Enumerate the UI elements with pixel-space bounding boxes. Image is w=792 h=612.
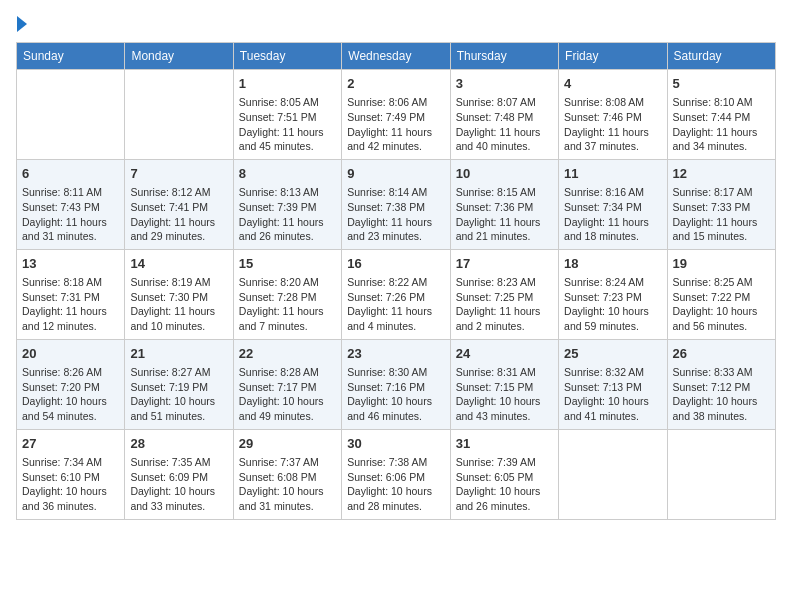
calendar-cell: 4Sunrise: 8:08 AMSunset: 7:46 PMDaylight…: [559, 70, 667, 160]
calendar-cell: 2Sunrise: 8:06 AMSunset: 7:49 PMDaylight…: [342, 70, 450, 160]
day-info: Sunset: 7:22 PM: [673, 290, 770, 305]
day-info: Daylight: 10 hours and 28 minutes.: [347, 484, 444, 513]
day-info: Sunrise: 8:13 AM: [239, 185, 336, 200]
day-info: Sunrise: 8:18 AM: [22, 275, 119, 290]
day-info: Sunset: 7:34 PM: [564, 200, 661, 215]
day-info: Sunrise: 8:16 AM: [564, 185, 661, 200]
day-number: 27: [22, 435, 119, 453]
calendar-cell: [559, 429, 667, 519]
day-info: Daylight: 10 hours and 59 minutes.: [564, 304, 661, 333]
day-of-week-header: Monday: [125, 43, 233, 70]
day-info: Daylight: 11 hours and 26 minutes.: [239, 215, 336, 244]
calendar-cell: 30Sunrise: 7:38 AMSunset: 6:06 PMDayligh…: [342, 429, 450, 519]
day-info: Daylight: 11 hours and 34 minutes.: [673, 125, 770, 154]
calendar-cell: 15Sunrise: 8:20 AMSunset: 7:28 PMDayligh…: [233, 249, 341, 339]
day-info: Sunset: 7:20 PM: [22, 380, 119, 395]
day-info: Sunset: 7:16 PM: [347, 380, 444, 395]
day-number: 20: [22, 345, 119, 363]
calendar-cell: 17Sunrise: 8:23 AMSunset: 7:25 PMDayligh…: [450, 249, 558, 339]
day-info: Sunrise: 8:17 AM: [673, 185, 770, 200]
day-info: Daylight: 10 hours and 46 minutes.: [347, 394, 444, 423]
day-info: Daylight: 10 hours and 56 minutes.: [673, 304, 770, 333]
day-info: Daylight: 10 hours and 33 minutes.: [130, 484, 227, 513]
day-of-week-header: Wednesday: [342, 43, 450, 70]
calendar-cell: 23Sunrise: 8:30 AMSunset: 7:16 PMDayligh…: [342, 339, 450, 429]
calendar-header-row: SundayMondayTuesdayWednesdayThursdayFrid…: [17, 43, 776, 70]
day-info: Sunset: 6:10 PM: [22, 470, 119, 485]
day-number: 17: [456, 255, 553, 273]
calendar-cell: 27Sunrise: 7:34 AMSunset: 6:10 PMDayligh…: [17, 429, 125, 519]
day-info: Sunset: 7:17 PM: [239, 380, 336, 395]
calendar-cell: 13Sunrise: 8:18 AMSunset: 7:31 PMDayligh…: [17, 249, 125, 339]
day-number: 18: [564, 255, 661, 273]
day-info: Sunrise: 7:34 AM: [22, 455, 119, 470]
day-of-week-header: Thursday: [450, 43, 558, 70]
day-info: Daylight: 10 hours and 43 minutes.: [456, 394, 553, 423]
calendar-cell: 19Sunrise: 8:25 AMSunset: 7:22 PMDayligh…: [667, 249, 775, 339]
day-info: Sunset: 7:30 PM: [130, 290, 227, 305]
day-number: 10: [456, 165, 553, 183]
day-info: Daylight: 10 hours and 41 minutes.: [564, 394, 661, 423]
day-number: 5: [673, 75, 770, 93]
day-info: Sunset: 6:05 PM: [456, 470, 553, 485]
day-info: Sunrise: 8:19 AM: [130, 275, 227, 290]
day-info: Sunrise: 7:39 AM: [456, 455, 553, 470]
day-of-week-header: Tuesday: [233, 43, 341, 70]
day-info: Sunset: 7:19 PM: [130, 380, 227, 395]
day-info: Daylight: 11 hours and 23 minutes.: [347, 215, 444, 244]
calendar-week-row: 27Sunrise: 7:34 AMSunset: 6:10 PMDayligh…: [17, 429, 776, 519]
day-info: Sunset: 7:36 PM: [456, 200, 553, 215]
calendar-week-row: 20Sunrise: 8:26 AMSunset: 7:20 PMDayligh…: [17, 339, 776, 429]
day-info: Sunset: 7:28 PM: [239, 290, 336, 305]
day-info: Sunrise: 8:30 AM: [347, 365, 444, 380]
day-number: 23: [347, 345, 444, 363]
day-info: Sunset: 7:46 PM: [564, 110, 661, 125]
day-number: 26: [673, 345, 770, 363]
calendar-week-row: 1Sunrise: 8:05 AMSunset: 7:51 PMDaylight…: [17, 70, 776, 160]
day-info: Daylight: 10 hours and 36 minutes.: [22, 484, 119, 513]
day-info: Sunrise: 8:07 AM: [456, 95, 553, 110]
calendar-cell: 31Sunrise: 7:39 AMSunset: 6:05 PMDayligh…: [450, 429, 558, 519]
day-info: Sunset: 6:06 PM: [347, 470, 444, 485]
calendar-cell: 25Sunrise: 8:32 AMSunset: 7:13 PMDayligh…: [559, 339, 667, 429]
day-info: Sunrise: 7:38 AM: [347, 455, 444, 470]
day-info: Daylight: 11 hours and 40 minutes.: [456, 125, 553, 154]
calendar-cell: 29Sunrise: 7:37 AMSunset: 6:08 PMDayligh…: [233, 429, 341, 519]
calendar-cell: 1Sunrise: 8:05 AMSunset: 7:51 PMDaylight…: [233, 70, 341, 160]
calendar-cell: 20Sunrise: 8:26 AMSunset: 7:20 PMDayligh…: [17, 339, 125, 429]
calendar-cell: 8Sunrise: 8:13 AMSunset: 7:39 PMDaylight…: [233, 159, 341, 249]
day-info: Sunset: 7:26 PM: [347, 290, 444, 305]
day-info: Sunrise: 8:11 AM: [22, 185, 119, 200]
day-info: Daylight: 11 hours and 45 minutes.: [239, 125, 336, 154]
logo: [16, 16, 27, 32]
day-info: Sunset: 7:25 PM: [456, 290, 553, 305]
calendar-cell: [667, 429, 775, 519]
calendar-cell: 6Sunrise: 8:11 AMSunset: 7:43 PMDaylight…: [17, 159, 125, 249]
day-info: Sunrise: 8:06 AM: [347, 95, 444, 110]
day-info: Sunset: 6:08 PM: [239, 470, 336, 485]
calendar-table: SundayMondayTuesdayWednesdayThursdayFrid…: [16, 42, 776, 520]
day-info: Sunrise: 8:12 AM: [130, 185, 227, 200]
calendar-cell: 21Sunrise: 8:27 AMSunset: 7:19 PMDayligh…: [125, 339, 233, 429]
page-header: [16, 16, 776, 32]
day-number: 16: [347, 255, 444, 273]
calendar-cell: 16Sunrise: 8:22 AMSunset: 7:26 PMDayligh…: [342, 249, 450, 339]
day-info: Sunrise: 8:05 AM: [239, 95, 336, 110]
calendar-week-row: 13Sunrise: 8:18 AMSunset: 7:31 PMDayligh…: [17, 249, 776, 339]
day-number: 14: [130, 255, 227, 273]
day-number: 22: [239, 345, 336, 363]
day-info: Sunrise: 8:15 AM: [456, 185, 553, 200]
day-number: 4: [564, 75, 661, 93]
calendar-cell: 26Sunrise: 8:33 AMSunset: 7:12 PMDayligh…: [667, 339, 775, 429]
calendar-cell: 10Sunrise: 8:15 AMSunset: 7:36 PMDayligh…: [450, 159, 558, 249]
calendar-cell: 28Sunrise: 7:35 AMSunset: 6:09 PMDayligh…: [125, 429, 233, 519]
day-info: Daylight: 11 hours and 2 minutes.: [456, 304, 553, 333]
day-number: 29: [239, 435, 336, 453]
day-of-week-header: Saturday: [667, 43, 775, 70]
day-number: 6: [22, 165, 119, 183]
day-info: Daylight: 10 hours and 38 minutes.: [673, 394, 770, 423]
calendar-cell: 18Sunrise: 8:24 AMSunset: 7:23 PMDayligh…: [559, 249, 667, 339]
day-number: 28: [130, 435, 227, 453]
day-info: Daylight: 11 hours and 7 minutes.: [239, 304, 336, 333]
day-of-week-header: Sunday: [17, 43, 125, 70]
